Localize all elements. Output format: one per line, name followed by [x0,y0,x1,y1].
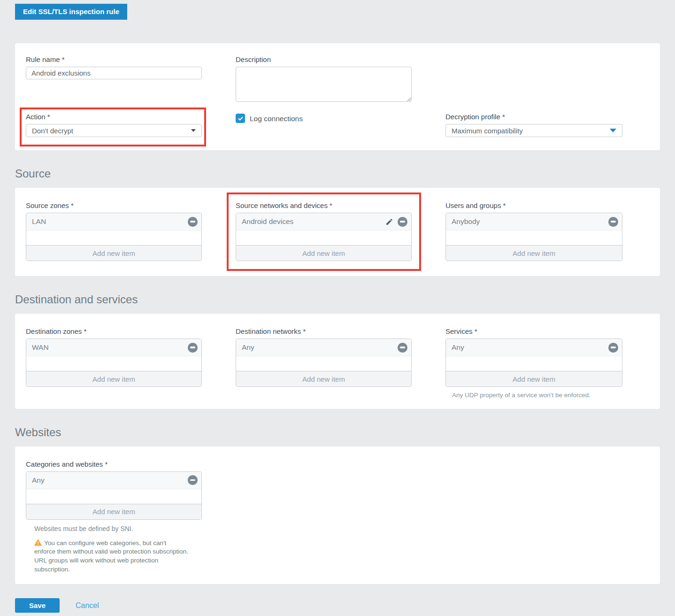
websites-section-heading: Websites [15,426,660,439]
list-item-label: Any [32,476,188,485]
decryption-profile-field: Decryption profile * Maximum compatibili… [445,113,622,137]
log-connections-label: Log connections [250,114,303,123]
description-field: Description [236,55,412,102]
web-protection-warning: You can configure web categories, but ca… [34,539,189,574]
add-new-item-button[interactable]: Add new item [236,371,411,386]
list-item-label: WAN [32,343,188,352]
list-item-label: Android devices [242,217,385,226]
minus-bar [190,346,195,348]
users-groups-field: Users and groups * Anybody Add new item [445,201,622,261]
destination-networks-label: Destination networks * [236,327,412,335]
footer-actions: Save Cancel [15,598,675,613]
add-new-item-button[interactable]: Add new item [446,371,622,386]
source-panel: Source zones * LAN Add new item Source n… [15,188,660,276]
add-new-item-button[interactable]: Add new item [236,245,411,261]
general-panel: Rule name * Description Action * Don't d… [15,43,660,150]
remove-item-icon[interactable] [608,217,618,227]
add-new-item-button[interactable]: Add new item [26,371,201,386]
list-item: LAN [26,213,201,231]
minus-bar [400,346,405,348]
dropdown-arrow-icon [191,129,196,132]
destination-zones-listbox: WAN Add new item [26,339,202,387]
remove-item-icon[interactable] [608,343,618,353]
list-item: Android devices [236,213,411,231]
decryption-profile-select[interactable]: Maximum compatibility [445,124,622,137]
decryption-profile-value: Maximum compatibility [452,127,523,135]
list-empty-area [26,489,201,504]
minus-bar [611,221,616,223]
edit-ssl-tls-inspection-rule-tab[interactable]: Edit SSL/TLS inspection rule [15,4,127,20]
destination-section-heading: Destination and services [15,293,660,306]
sni-note: Websites must be defined by SNI. [34,524,202,533]
list-item: Anybody [446,213,622,231]
decryption-profile-label: Decryption profile * [445,113,622,121]
services-note: Any UDP property of a service won't be e… [452,391,622,400]
source-zones-label: Source zones * [26,201,202,209]
users-groups-label: Users and groups * [445,201,622,209]
list-item: Any [236,339,411,356]
chevron-down-icon [610,129,616,132]
pencil-icon [385,218,393,226]
source-zones-listbox: LAN Add new item [26,213,202,261]
description-textarea[interactable] [236,67,412,102]
categories-websites-field: Categories and websites * Any Add new it… [26,460,202,574]
save-button[interactable]: Save [15,598,60,613]
minus-bar [611,346,616,348]
action-select[interactable]: Don't decrypt [26,124,202,137]
add-new-item-button[interactable]: Add new item [446,245,622,261]
remove-item-icon[interactable] [188,343,198,353]
remove-item-icon[interactable] [188,475,198,485]
rule-name-field: Rule name * [26,55,202,102]
warning-icon [34,539,42,546]
categories-websites-label: Categories and websites * [26,460,202,468]
source-zones-field: Source zones * LAN Add new item [26,201,202,261]
list-empty-area [236,231,411,245]
services-field: Services * Any Add new item Any UDP prop… [445,327,622,400]
minus-bar [190,479,195,481]
log-connections-field: Log connections [236,113,412,137]
list-empty-area [26,231,201,245]
list-empty-area [446,356,622,371]
list-empty-area [236,356,411,371]
list-item: WAN [26,339,201,356]
rule-name-label: Rule name * [26,55,202,63]
checkmark-icon [238,116,244,122]
list-item-label: Any [452,343,608,352]
destination-zones-field: Destination zones * WAN Add new item [26,327,202,387]
remove-item-icon[interactable] [398,217,407,227]
list-item: Any [446,339,622,356]
minus-bar [190,221,195,223]
empty-cell [445,55,622,102]
remove-item-icon[interactable] [188,217,198,227]
destination-networks-field: Destination networks * Any Add new item [236,327,412,387]
log-connections-checkbox[interactable] [236,114,245,123]
categories-websites-listbox: Any Add new item [26,471,202,520]
edit-item-icon[interactable] [385,218,393,226]
source-networks-field: Source networks and devices * Android de… [236,201,412,261]
list-empty-area [446,231,622,245]
source-networks-label: Source networks and devices * [236,201,412,209]
action-field: Action * Don't decrypt [26,113,202,137]
add-new-item-button[interactable]: Add new item [26,245,201,261]
cancel-link[interactable]: Cancel [76,601,99,610]
warning-text: You can configure web categories, but ca… [34,539,188,573]
minus-bar [400,221,405,223]
list-item: Any [26,472,201,489]
list-item-label: LAN [32,217,188,226]
websites-panel: Categories and websites * Any Add new it… [15,447,660,585]
services-listbox: Any Add new item [445,339,622,387]
description-label: Description [236,55,412,63]
list-item-label: Any [242,343,398,352]
destination-panel: Destination zones * WAN Add new item Des… [15,314,660,409]
list-empty-area [26,356,201,371]
users-groups-listbox: Anybody Add new item [445,213,622,261]
source-section-heading: Source [15,167,660,180]
destination-networks-listbox: Any Add new item [236,339,412,387]
action-label: Action * [26,113,202,121]
source-networks-listbox: Android devices Add new item [236,213,412,261]
list-item-label: Anybody [452,217,608,226]
add-new-item-button[interactable]: Add new item [26,504,201,519]
remove-item-icon[interactable] [398,343,407,353]
services-label: Services * [445,327,622,335]
rule-name-input[interactable] [26,67,202,79]
